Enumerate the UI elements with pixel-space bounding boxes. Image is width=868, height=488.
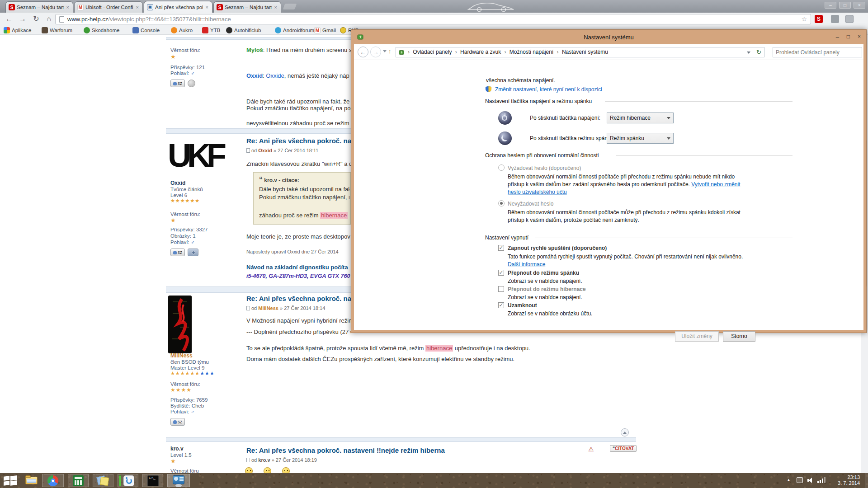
hibernate-menu-checkbox[interactable] (498, 286, 504, 292)
file-explorer-button[interactable] (25, 475, 38, 486)
minimize-button[interactable]: – (836, 33, 839, 40)
intro-text: všechna schémata napájení. (486, 77, 555, 84)
tab-seznam-1[interactable]: S Seznam – Najdu tam, co n × (5, 1, 73, 13)
forward-icon[interactable]: → (17, 14, 28, 24)
control-panel-search-input[interactable] (773, 47, 862, 57)
meta-username[interactable]: kro.v (258, 457, 270, 463)
mention-oxxide[interactable]: Oxxide (266, 72, 284, 79)
tab-seznam-2[interactable]: S Seznam – Najdu tam, co n × (213, 1, 281, 13)
address-dropdown-icon[interactable] (747, 52, 750, 54)
meta-username[interactable]: MiliNess (258, 305, 278, 311)
cmd-taskbar-button[interactable]: C:\_ (142, 474, 163, 487)
minimize-button[interactable]: – (825, 2, 836, 9)
crumb-power-options[interactable]: Možnosti napájení (509, 49, 553, 55)
mention-oxxid[interactable]: Oxxid (246, 72, 263, 79)
bookmark-gmail[interactable]: M Gmail (314, 27, 336, 33)
bookmark-skodahome[interactable]: Skodahome (84, 27, 119, 33)
nav-back-button[interactable]: ← (358, 47, 368, 57)
fast-startup-checkbox[interactable]: ✓ (498, 245, 504, 251)
close-button[interactable]: × (854, 2, 865, 9)
new-tab-button[interactable] (283, 4, 297, 9)
gender-row: Pohlaví: ♂ (170, 239, 194, 245)
sticky-notes-taskbar-button[interactable] (93, 474, 113, 487)
tray-expand-icon[interactable]: ▲ (787, 478, 791, 482)
window-title-bar[interactable]: Nastavení systému – □ × (351, 30, 866, 44)
reload-icon[interactable]: ↻ (31, 14, 42, 24)
seznam-extension-icon[interactable]: S (815, 15, 823, 23)
bookmark-androidforum[interactable]: Androidforum (275, 27, 314, 33)
crumb-system-settings[interactable]: Nastavení systému (562, 49, 608, 55)
tab-forum-active[interactable]: ▣ Ani přes všechna pokroč. × (144, 1, 212, 13)
gallery-icon[interactable] (188, 249, 198, 256)
pm-button[interactable]: sz (170, 249, 185, 256)
cancel-button[interactable]: Storno (723, 331, 755, 342)
require-password-radio[interactable] (498, 164, 505, 171)
bookmark-star-icon[interactable]: ☆ (801, 14, 807, 24)
sleep-menu-checkbox[interactable]: ✓ (498, 270, 504, 276)
bookmark-aplikace[interactable]: Aplikace (4, 27, 31, 33)
bookmark-autohificlub[interactable]: Autohificlub (226, 27, 261, 33)
post-title[interactable]: Re: Ani přes všechna pokroč. nas (246, 295, 351, 302)
signature-link[interactable]: Návod na základní dignostiku počíta (246, 264, 351, 271)
crumb-control-panel[interactable]: Ovládací panely (413, 49, 452, 55)
username[interactable]: kro.v (170, 446, 184, 452)
bookmark-aukro[interactable]: Aukro (171, 27, 193, 33)
up-button[interactable]: ↑ (388, 48, 392, 55)
chrome-taskbar-button[interactable] (42, 474, 64, 487)
tab-close-icon[interactable]: × (205, 5, 209, 10)
back-icon[interactable]: ← (4, 14, 14, 24)
change-password-link[interactable]: Vytvořit nebo změnit (691, 181, 740, 188)
maximize-button[interactable]: □ (847, 33, 850, 40)
more-info-link[interactable]: Další informace (508, 261, 545, 267)
address-bar[interactable]: www.pc-help.cz/viewtopic.php?f=46&t=1350… (55, 14, 811, 24)
divider (243, 136, 243, 284)
calculator-taskbar-button[interactable] (68, 474, 89, 487)
quote-post-button[interactable]: “CITOVAT (610, 445, 637, 452)
extension-icon-1[interactable] (831, 15, 839, 23)
username[interactable]: Oxxid (170, 180, 185, 186)
report-warning-icon[interactable]: ⚠ (588, 446, 594, 453)
scroll-top-button[interactable] (621, 428, 629, 436)
tab-ubisoft[interactable]: M Ubisoft - Order Confirmat × (74, 1, 143, 13)
control-panel-taskbar-button[interactable] (167, 474, 190, 487)
bookmark-ytb[interactable]: YTB (202, 27, 220, 33)
tray-language-icon[interactable] (797, 477, 803, 483)
save-changes-button[interactable]: Uložit změny (675, 331, 719, 342)
meta-username[interactable]: Oxxid (258, 148, 272, 153)
bookmark-label: Aukro (179, 28, 193, 33)
uplay-taskbar-button[interactable] (118, 474, 138, 487)
change-password-link2[interactable]: heslo uživatelského účtu (508, 189, 567, 195)
breadcrumb-bar[interactable]: › Ovládací panely › Hardware a zvuk › Mo… (396, 47, 764, 57)
crumb-hardware-sound[interactable]: Hardware a zvuk (460, 49, 501, 55)
tab-title: Ubisoft - Order Confirmat (85, 5, 133, 10)
tab-close-icon[interactable]: × (274, 5, 278, 10)
username[interactable]: MiliNess (170, 352, 193, 359)
user-level: Master Level 9 (170, 365, 204, 371)
mention-mylos[interactable]: Myloš (246, 47, 263, 53)
close-button[interactable]: × (858, 33, 861, 40)
tab-close-icon[interactable]: × (135, 5, 140, 10)
post-title[interactable]: Re: Ani přes všechna pokroč. nastavení !… (246, 446, 563, 454)
user-icon (173, 82, 177, 85)
change-unavailable-settings-link[interactable]: Změnit nastavení, které nyní není k disp… (495, 86, 602, 93)
pm-button[interactable]: sz (170, 80, 185, 87)
bookmark-console[interactable]: Console (132, 27, 160, 33)
favicon (42, 27, 48, 33)
post-title[interactable]: Re: Ani přes všechna pokroč. nas (246, 137, 351, 145)
nav-forward-button[interactable]: → (370, 47, 381, 57)
maximize-button[interactable]: □ (839, 2, 851, 9)
no-password-radio[interactable] (498, 200, 505, 206)
history-dropdown-icon[interactable] (383, 50, 387, 52)
show-desktop-button[interactable] (865, 473, 868, 488)
bookmark-warforum[interactable]: Warforum (42, 27, 72, 33)
power-action-select[interactable]: Režim hibernace (607, 113, 674, 123)
refresh-icon[interactable]: ↻ (756, 49, 761, 56)
tab-close-icon[interactable]: × (66, 5, 70, 10)
home-icon[interactable]: ⌂ (43, 14, 54, 24)
sleep-action-select[interactable]: Režim spánku (607, 133, 674, 144)
pm-button[interactable]: sz (170, 418, 185, 426)
menu-icon[interactable] (845, 15, 854, 23)
lock-menu-checkbox[interactable]: ✓ (498, 302, 504, 308)
start-button[interactable] (4, 475, 17, 486)
taskbar-clock[interactable]: 23:13 3. 7. 2014 (832, 474, 860, 486)
